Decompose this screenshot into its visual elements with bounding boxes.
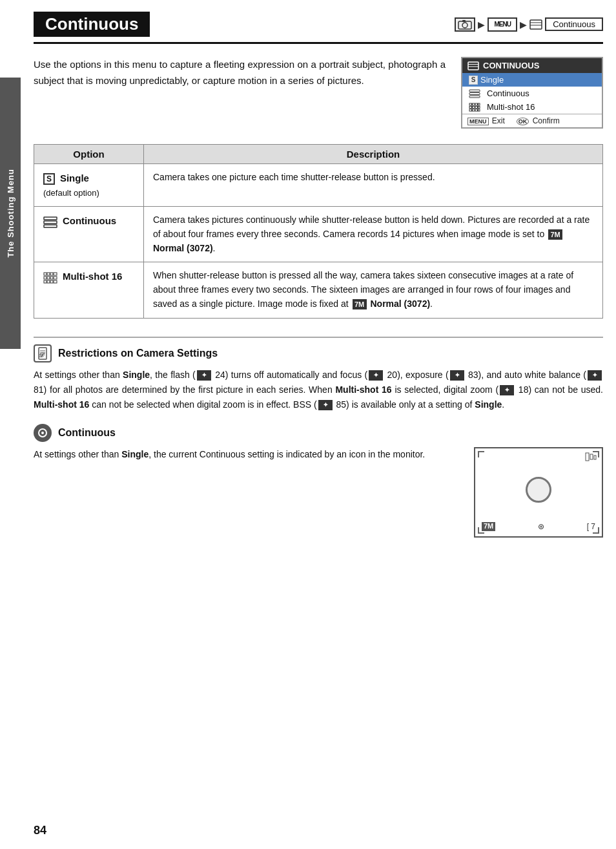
page-title: Continuous [34,12,150,37]
continuous-note-title: Continuous [58,427,116,439]
camera-menu-multishot-label: Multi-shot 16 [487,102,535,112]
svg-rect-22 [475,109,478,111]
svg-point-1 [462,23,467,28]
multishot-name: Multi-shot 16 [63,271,123,282]
restrictions-note: 𝒟 Restrictions on Camera Settings At set… [34,337,603,412]
single-icon: S [43,173,55,185]
breadcrumb-arrow1: ▶ [478,19,485,30]
continuous-note-header: Continuous [34,424,603,442]
svg-rect-49 [594,456,596,459]
svg-rect-33 [50,277,53,279]
svg-rect-27 [44,273,46,275]
svg-rect-2 [462,20,466,22]
intro-text: Use the options in this menu to capture … [34,57,446,129]
option-continuous: Continuous [34,207,144,262]
camera-menu-footer: MENU Exit OK Confirm [462,114,602,127]
table-row-multishot: Multi-shot 16 When shutter-release butto… [34,262,603,318]
svg-rect-48 [590,454,593,459]
preview-bottom-bar: 7M ⊛ [ 7 [482,522,595,531]
col-description: Description [144,145,603,164]
camera-icon [455,17,475,32]
page-number: 84 [34,824,46,837]
side-tab: The Shooting Menu [0,78,21,349]
restrictions-header: 𝒟 Restrictions on Camera Settings [34,344,603,362]
restrictions-body: At settings other than Single, the flash… [34,368,603,412]
svg-rect-30 [54,273,57,275]
svg-rect-23 [478,109,480,111]
breadcrumb: ▶ MENU ▶ Continuous [455,17,603,32]
camera-preview-box: 7M ⊛ [ 7 [474,447,603,538]
preview-center-circle [526,477,551,503]
continuous-note-body: At settings other than Single, the curre… [34,447,458,462]
preview-mode-badge: 7M [482,522,495,531]
breadcrumb-submenu-icon [529,19,542,30]
table-row-continuous: Continuous Camera takes pictures continu… [34,207,603,262]
option-single: S Single (default option) [34,164,144,207]
preview-center-label: ⊛ [538,522,544,531]
desc-single: Camera takes one picture each time shutt… [144,164,603,207]
mode-badge-multi: 7M [353,299,367,309]
svg-rect-29 [50,273,53,275]
single-name: Single [60,173,89,183]
page-header: Continuous ▶ MENU ▶ Conti [34,12,603,44]
camera-menu-box: CONTINUOUS S Single Continuous [461,57,603,129]
svg-rect-6 [468,62,478,70]
camera-menu-item-continuous: Continuous [462,87,602,100]
camera-menu-single-label: Single [480,75,504,85]
svg-rect-20 [469,109,472,111]
camera-menu-header: CONTINUOUS [462,58,602,73]
svg-rect-32 [47,277,50,279]
svg-rect-35 [44,280,46,283]
svg-rect-11 [469,96,480,98]
preview-top-right [585,452,597,463]
svg-rect-25 [44,221,57,224]
camera-menu-continuous-label: Continuous [487,89,529,98]
svg-rect-13 [473,103,475,105]
table-row-single: S Single (default option) Camera takes o… [34,164,603,207]
continuous-name: Continuous [63,215,116,226]
svg-rect-28 [47,273,50,275]
svg-rect-34 [54,277,57,279]
camera-menu-confirm-label: Confirm [533,116,560,125]
svg-rect-3 [530,20,542,29]
svg-rect-37 [50,280,53,283]
svg-rect-12 [469,103,472,105]
svg-rect-26 [44,225,57,227]
options-table: Option Description S Single (default opt… [34,144,603,319]
intro-section: Use the options in this menu to capture … [34,57,603,129]
corner-tl [478,451,484,457]
svg-rect-18 [475,106,478,108]
svg-rect-47 [586,453,589,461]
continuous-note: Continuous At settings other than Single… [34,424,603,538]
restrictions-title: Restrictions on Camera Settings [58,348,218,359]
svg-rect-24 [44,217,57,220]
svg-rect-16 [469,106,472,108]
camera-menu-item-multishot: Multi-shot 16 [462,100,602,114]
svg-rect-38 [54,280,57,283]
svg-rect-10 [469,92,480,94]
svg-rect-9 [469,90,480,92]
camera-menu-title: CONTINUOUS [483,61,539,70]
svg-rect-21 [473,109,475,111]
svg-rect-19 [478,106,480,108]
breadcrumb-label: Continuous [545,17,603,31]
svg-rect-36 [47,280,50,283]
note-icon: 𝒟 [34,344,52,362]
svg-point-46 [41,432,44,434]
side-tab-label: The Shooting Menu [6,169,15,258]
continuous-note-icon [34,424,52,442]
svg-rect-17 [473,106,475,108]
svg-rect-15 [478,103,480,105]
option-multishot: Multi-shot 16 [34,262,144,318]
camera-menu-item-single: S Single [462,73,602,87]
svg-rect-31 [44,277,46,279]
bottom-section: At settings other than Single, the curre… [34,447,603,538]
desc-multishot: When shutter-release button is pressed a… [144,262,603,318]
desc-continuous: Camera takes pictures continuously while… [144,207,603,262]
menu-icon: MENU [488,17,517,32]
single-sub: (default option) [43,188,99,198]
camera-menu-exit-label: Exit [492,116,505,125]
breadcrumb-arrow2: ▶ [520,19,527,30]
preview-right-label: [ 7 [587,522,595,531]
col-option: Option [34,145,144,164]
